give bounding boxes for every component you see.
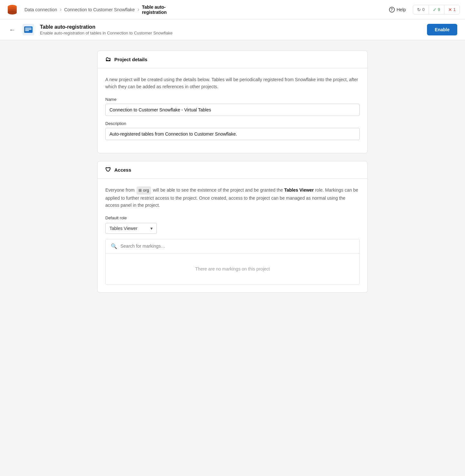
ok-icon: ✓	[433, 7, 437, 12]
nav-right-group: ? Help ↻ 0 ✓ 9 ✕ 1	[386, 5, 460, 14]
access-desc-part1: Everyone from	[105, 187, 136, 193]
name-input[interactable]	[105, 104, 360, 116]
shield-icon: 🛡	[105, 167, 111, 173]
svg-rect-10	[25, 29, 32, 30]
back-icon: ←	[9, 26, 15, 33]
role-select[interactable]: Tables Viewer ▾	[105, 223, 157, 234]
project-details-title: Project details	[114, 57, 147, 62]
access-body: Everyone from ⊞ org will be able to see …	[98, 179, 367, 292]
help-icon: ?	[389, 7, 395, 13]
sub-header: ← Table auto-registration Enable auto-re…	[0, 19, 465, 40]
access-header: 🛡 Access	[98, 161, 367, 179]
main-content: 🗂 Project details A new project will be …	[71, 40, 394, 303]
status-refresh[interactable]: ↻ 0	[413, 5, 429, 14]
refresh-icon: ↻	[417, 7, 421, 12]
refresh-count: 0	[422, 7, 424, 12]
breadcrumb-connection-snowflake[interactable]: Connection to Customer Snowflake	[64, 7, 135, 12]
sub-header-title: Table auto-registration	[40, 24, 422, 30]
status-error[interactable]: ✕ 1	[444, 5, 460, 14]
org-badge: ⊞ org	[137, 186, 151, 195]
breadcrumb-separator-2: ›	[138, 6, 139, 13]
markings-container: 🔍 There are no markings on this project	[105, 239, 360, 285]
search-icon: 🔍	[111, 243, 117, 249]
breadcrumb-data-connection[interactable]: Data connection	[24, 7, 57, 12]
project-details-body: A new project will be created using the …	[98, 68, 367, 153]
chevron-down-icon: ▾	[150, 226, 153, 231]
ok-count: 9	[438, 7, 440, 12]
name-label: Name	[105, 97, 360, 102]
access-card: 🛡 Access Everyone from ⊞ org will be abl…	[97, 161, 368, 293]
breadcrumb-label: Table auto-registration	[142, 5, 167, 15]
briefcase-icon: 🗂	[105, 56, 111, 63]
org-icon: ⊞	[138, 187, 142, 194]
org-name: org	[143, 187, 149, 194]
section-icon	[22, 23, 35, 36]
project-details-card: 🗂 Project details A new project will be …	[97, 51, 368, 153]
default-role-group: Default role Tables Viewer ▾	[105, 215, 360, 234]
tables-viewer-link: Tables Viewer	[284, 187, 314, 193]
breadcrumb-label: Connection to Customer Snowflake	[64, 7, 135, 12]
access-desc-part2: will be able to see the existence of the…	[153, 187, 284, 193]
back-button[interactable]: ←	[8, 25, 17, 35]
empty-markings-text: There are no markings on this project	[195, 266, 270, 271]
role-value: Tables Viewer	[109, 226, 138, 231]
status-group: ↻ 0 ✓ 9 ✕ 1	[413, 5, 460, 14]
svg-rect-9	[25, 28, 32, 28]
name-field-group: Name	[105, 97, 360, 116]
access-description: Everyone from ⊞ org will be able to see …	[105, 186, 360, 209]
project-details-header: 🗂 Project details	[98, 51, 367, 68]
status-ok[interactable]: ✓ 9	[429, 5, 444, 14]
help-label: Help	[397, 7, 406, 12]
markings-search-input[interactable]	[120, 243, 354, 249]
enable-button[interactable]: Enable	[427, 24, 457, 35]
svg-point-6	[8, 11, 17, 14]
app-logo[interactable]	[5, 3, 19, 17]
access-title: Access	[114, 167, 131, 173]
markings-search-row: 🔍	[106, 239, 359, 253]
breadcrumb-table-auto-registration[interactable]: Table auto-registration	[142, 5, 167, 15]
error-count: 1	[453, 7, 456, 12]
error-icon: ✕	[448, 7, 452, 12]
sub-header-text: Table auto-registration Enable auto-regi…	[40, 24, 422, 35]
svg-rect-11	[25, 30, 29, 31]
top-navigation: Data connection › Connection to Customer…	[0, 0, 465, 19]
project-description: A new project will be created using the …	[105, 76, 360, 90]
default-role-label: Default role	[105, 215, 360, 220]
markings-empty-state: There are no markings on this project	[106, 253, 359, 284]
breadcrumb-separator-1: ›	[60, 6, 62, 13]
description-label: Description	[105, 121, 360, 126]
breadcrumb-label: Data connection	[24, 7, 57, 12]
help-button[interactable]: ? Help	[386, 5, 409, 14]
description-input[interactable]	[105, 128, 360, 140]
sub-header-subtitle: Enable auto-registration of tables in Co…	[40, 31, 422, 35]
description-field-group: Description	[105, 121, 360, 140]
